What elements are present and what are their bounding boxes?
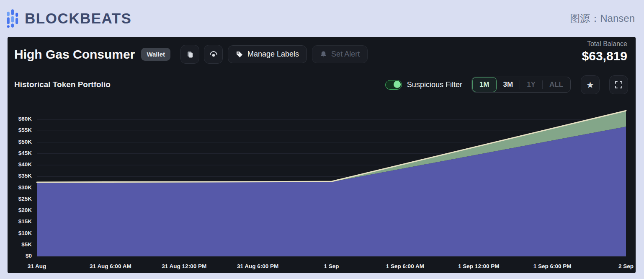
total-balance: Total Balance $63,819 [582, 40, 627, 63]
image-source-note: 图源：Nansen [570, 12, 635, 25]
x-tick: 31 Aug 6:00 AM [90, 263, 131, 269]
star-icon: ★ [586, 80, 594, 89]
brand-wordmark: BLOCKBEATS [25, 10, 131, 27]
y-tick: $20K [8, 207, 32, 213]
y-tick: $35K [8, 173, 32, 179]
y-tick: $15K [8, 218, 32, 225]
y-tick: $55K [8, 127, 32, 133]
top-bar: BLOCKBEATS 图源：Nansen [0, 0, 644, 37]
blockbeats-logo: BLOCKBEATS [7, 9, 131, 28]
suspicious-filter-label: Suspicious Filter [407, 80, 462, 89]
favorite-button[interactable]: ★ [581, 75, 600, 94]
y-tick: $30K [8, 184, 32, 191]
x-tick: 2 Sep [618, 263, 634, 269]
set-alert-label: Set Alert [331, 50, 360, 59]
x-tick: 1 Sep 12:00 PM [458, 263, 499, 269]
x-tick: 31 Aug 12:00 PM [162, 263, 206, 269]
set-alert-button[interactable]: Set Alert [312, 45, 368, 63]
range-1m[interactable]: 1M [472, 77, 497, 92]
y-tick: $40K [8, 161, 32, 168]
y-tick: $50K [8, 139, 32, 145]
wallet-title: High Gas Consumer [14, 47, 135, 62]
wallet-type-badge: Wallet [141, 48, 170, 61]
range-all[interactable]: ALL [543, 77, 570, 92]
eye-icon [209, 50, 218, 59]
y-tick: $45K [8, 150, 32, 156]
x-tick: 31 Aug [28, 263, 46, 269]
wallet-panel: High Gas Consumer Wallet Manage Labels [8, 37, 636, 273]
y-tick: $5K [8, 241, 32, 248]
x-tick: 1 Sep [324, 263, 339, 269]
chart-canvas[interactable] [8, 104, 636, 273]
manage-labels-label: Manage Labels [247, 50, 299, 59]
total-balance-label: Total Balance [582, 40, 627, 48]
y-tick: $0 [8, 253, 32, 259]
toggle-knob [394, 81, 401, 88]
portfolio-chart[interactable]: $60K$55K$50K$45K$40K$35K$30K$25K$20K$15K… [8, 104, 636, 273]
total-balance-value: $63,819 [582, 49, 627, 63]
copy-address-button[interactable] [180, 45, 199, 64]
x-tick: 1 Sep 6:00 PM [533, 263, 572, 269]
range-3m[interactable]: 3M [497, 77, 520, 92]
range-1y[interactable]: 1Y [520, 77, 542, 92]
watch-wallet-button[interactable] [204, 45, 223, 64]
fullscreen-icon [615, 81, 623, 89]
manage-labels-button[interactable]: Manage Labels [228, 45, 307, 63]
y-tick: $25K [8, 196, 32, 202]
time-range-selector: 1M3M1YALL [471, 77, 571, 93]
chart-toolbar: Historical Token Portfolio Suspicious Fi… [14, 75, 628, 94]
y-tick: $60K [8, 116, 32, 122]
tag-icon [236, 51, 243, 58]
x-tick: 31 Aug 6:00 PM [237, 263, 278, 269]
suspicious-filter-toggle[interactable] [385, 80, 402, 90]
blockbeats-logo-icon [7, 9, 21, 28]
bell-icon [320, 51, 327, 58]
copy-icon [186, 50, 194, 59]
y-tick: $10K [8, 230, 32, 236]
panel-header: High Gas Consumer Wallet Manage Labels [14, 45, 527, 64]
fullscreen-button[interactable] [609, 75, 628, 94]
x-tick: 1 Sep 6:00 AM [386, 263, 424, 269]
section-title: Historical Token Portfolio [14, 80, 111, 89]
